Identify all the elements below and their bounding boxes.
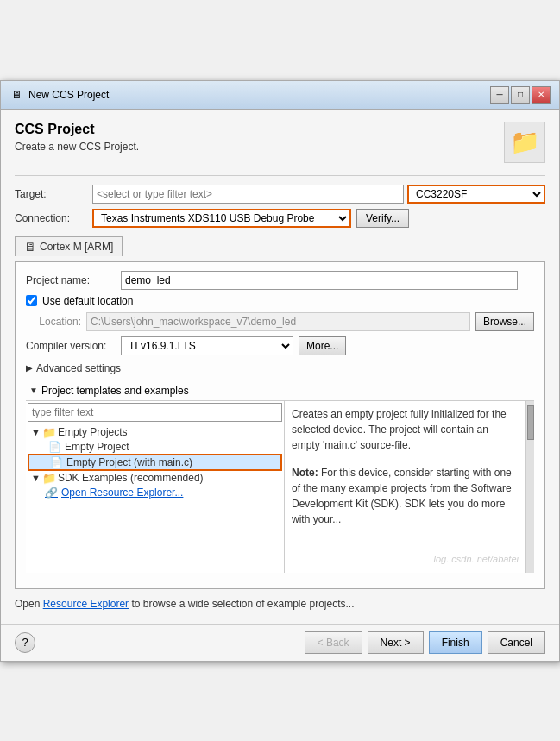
title-bar: 🖥 New CCS Project ─ □ ✕ — [1, 81, 559, 110]
file-icon: 📄 — [48, 441, 61, 453]
header-icon: 📁 — [504, 122, 545, 163]
tab-content: Project name: Use default location Locat… — [15, 261, 545, 589]
window-icon: 🖥 — [9, 88, 23, 102]
location-row: Location: Browse... — [26, 312, 534, 331]
open-resource-explorer-link[interactable]: 🔗 Open Resource Explorer... — [28, 486, 282, 499]
sdk-examples-parent[interactable]: ▼ 📁 SDK Examples (recommended) — [28, 471, 282, 486]
minimize-button[interactable]: ─ — [490, 86, 509, 104]
advanced-triangle-icon: ▶ — [26, 363, 33, 373]
tab-label: Cortex M [ARM] — [40, 241, 113, 253]
help-button[interactable]: ? — [15, 632, 35, 653]
templates-description-pane: Creates an empty project fully initializ… — [285, 401, 525, 573]
empty-project-mainc-item[interactable]: 📄 Empty Project (with main.c) — [28, 454, 282, 471]
project-name-input[interactable] — [121, 271, 518, 290]
finish-button[interactable]: Finish — [429, 631, 482, 654]
use-default-location-checkbox[interactable] — [26, 295, 37, 306]
templates-toggle[interactable]: ▼ Project templates and examples — [26, 381, 534, 400]
main-window: 🖥 New CCS Project ─ □ ✕ CCS Project Crea… — [0, 80, 560, 662]
location-label: Location: — [26, 316, 81, 328]
target-device-select[interactable]: CC3220SF — [407, 185, 545, 204]
dialog-footer: ? < Back Next > Finish Cancel — [1, 624, 559, 661]
bottom-note: Open Resource Explorer to browse a wide … — [15, 589, 545, 615]
target-filter-input[interactable] — [92, 185, 404, 204]
dialog-title: CCS Project — [15, 122, 139, 137]
sdk-folder-icon: 📁 — [42, 472, 56, 485]
compiler-select[interactable]: TI v16.9.1.LTS — [121, 336, 293, 355]
advanced-settings-section: ▶ Advanced settings — [26, 362, 534, 374]
connection-row: Connection: Texas Instruments XDS110 USB… — [15, 209, 545, 228]
project-name-label: Project name: — [26, 274, 121, 286]
templates-tree-pane: ▼ 📁 Empty Projects 📄 Empty Project 📄 — [26, 401, 285, 573]
advanced-settings-toggle[interactable]: ▶ Advanced settings — [26, 362, 534, 374]
tab-cortex-m[interactable]: 🖥 Cortex M [ARM] — [15, 236, 123, 256]
empty-project-item[interactable]: 📄 Empty Project — [28, 440, 282, 454]
empty-projects-parent[interactable]: ▼ 📁 Empty Projects — [28, 425, 282, 440]
description-text: Creates an empty project fully initializ… — [292, 406, 519, 453]
verify-button[interactable]: Verify... — [356, 209, 409, 228]
sdk-examples-label: SDK Examples (recommended) — [58, 472, 204, 484]
footer-left: ? — [15, 632, 35, 653]
target-label: Target: — [15, 188, 92, 200]
target-row: Target: CC3220SF — [15, 185, 545, 204]
tree-filter-input[interactable] — [28, 403, 282, 422]
cancel-button[interactable]: Cancel — [488, 631, 545, 654]
browse-button[interactable]: Browse... — [475, 312, 534, 331]
empty-project-label: Empty Project — [65, 441, 129, 453]
folder-icon: 📁 — [42, 426, 56, 439]
file-icon-mainc: 📄 — [50, 456, 63, 468]
header-text: CCS Project Create a new CCS Project. — [15, 122, 139, 153]
project-name-row: Project name: — [26, 271, 534, 290]
description-content: Creates an empty project fully initializ… — [292, 406, 519, 568]
empty-project-mainc-label: Empty Project (with main.c) — [66, 456, 192, 468]
watermark: log. csdn. net/abatei — [434, 554, 519, 564]
templates-label: Project templates and examples — [41, 385, 189, 397]
dialog-header: CCS Project Create a new CCS Project. 📁 — [15, 122, 545, 163]
tab-icon: 🖥 — [24, 240, 36, 254]
compiler-label: Compiler version: — [26, 340, 121, 352]
dialog-content: CCS Project Create a new CCS Project. 📁 … — [1, 110, 559, 624]
close-button[interactable]: ✕ — [532, 86, 551, 104]
tab-area: 🖥 Cortex M [ARM] — [15, 236, 545, 256]
dialog-subtitle: Create a new CCS Project. — [15, 141, 139, 153]
use-default-location-label: Use default location — [42, 295, 133, 307]
note-text: Note: For this device, consider starting… — [292, 465, 519, 527]
advanced-settings-label: Advanced settings — [36, 362, 121, 374]
connection-label: Connection: — [15, 212, 92, 224]
next-button[interactable]: Next > — [368, 631, 424, 654]
templates-triangle-icon: ▼ — [29, 386, 38, 395]
expand-icon: ▼ — [31, 427, 41, 437]
footer-buttons: < Back Next > Finish Cancel — [305, 631, 545, 654]
empty-projects-label: Empty Projects — [58, 426, 128, 438]
connection-select[interactable]: Texas Instruments XDS110 USB Debug Probe — [92, 209, 351, 228]
more-button[interactable]: More... — [299, 336, 346, 355]
templates-body: ▼ 📁 Empty Projects 📄 Empty Project 📄 — [26, 400, 534, 573]
window-title: New CCS Project — [28, 89, 490, 101]
open-resource-explorer-label: Open Resource Explorer... — [61, 487, 183, 499]
templates-section: ▼ Project templates and examples ▼ 📁 Emp… — [26, 381, 534, 573]
resource-explorer-link[interactable]: Resource Explorer — [43, 598, 129, 610]
use-default-location-row: Use default location — [26, 295, 534, 307]
maximize-button[interactable]: □ — [511, 86, 530, 104]
resource-explorer-icon: 🔗 — [45, 487, 58, 499]
separator-1 — [15, 175, 545, 176]
location-input[interactable] — [86, 312, 470, 331]
expand-sdk-icon: ▼ — [31, 473, 41, 483]
window-controls: ─ □ ✕ — [490, 86, 551, 104]
compiler-row: Compiler version: TI v16.9.1.LTS More... — [26, 336, 534, 355]
back-button[interactable]: < Back — [305, 631, 362, 654]
scrollbar-thumb[interactable] — [527, 405, 534, 440]
scrollbar[interactable] — [525, 401, 534, 573]
